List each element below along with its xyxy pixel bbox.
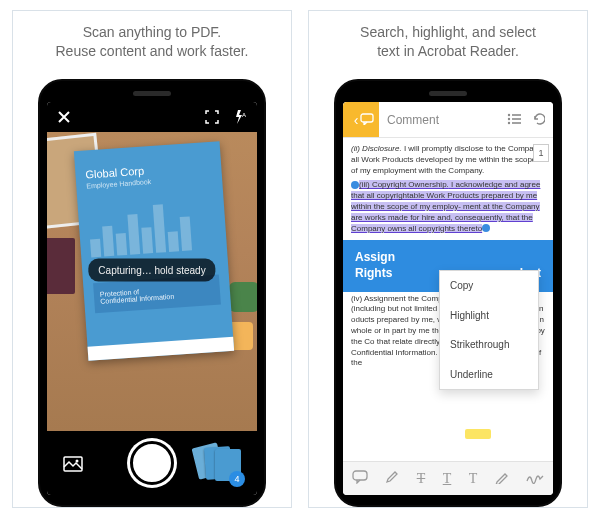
scan-bottom-bar: 4 (47, 431, 257, 495)
scan-stack-button[interactable]: 4 (199, 443, 241, 483)
annotation-toolbar: T T T (343, 461, 553, 495)
caption-line: text in Acrobat Reader. (360, 42, 536, 61)
document-body[interactable]: 1 (ii) Disclosure. I will promptly discl… (343, 138, 553, 461)
chevron-left-icon: ‹ (354, 112, 359, 128)
phone-screen: A Global Corp Employee Handbook (47, 102, 257, 495)
feature-panel-scan: Scan anything to PDF. Reuse content and … (12, 10, 292, 508)
heading-text: Assign (355, 250, 395, 264)
text-context-menu: Copy Highlight Strikethrough Underline (439, 270, 539, 390)
phone-frame: A Global Corp Employee Handbook (38, 79, 266, 507)
svg-rect-5 (512, 114, 521, 116)
feature-caption: Search, highlight, and select text in Ac… (360, 23, 536, 63)
close-icon[interactable] (57, 110, 71, 124)
para-lead: (iii) Copyright Ownership. (359, 180, 449, 189)
paragraph-selected: (iii) Copyright Ownership. I acknowledge… (351, 180, 545, 234)
scan-count-badge: 4 (229, 471, 245, 487)
para-lead: (iv) Assignment (351, 294, 406, 303)
svg-point-4 (508, 113, 510, 115)
menu-item-copy[interactable]: Copy (440, 271, 538, 301)
highlighter-tool-icon[interactable] (385, 470, 399, 488)
selection-end-handle[interactable] (482, 224, 490, 232)
strikethrough-tool-icon[interactable]: T (417, 471, 426, 487)
crop-corners-icon[interactable] (205, 110, 219, 124)
phone-earpiece (429, 91, 467, 96)
undo-icon[interactable] (531, 111, 545, 129)
svg-point-2 (76, 460, 79, 463)
doc-white-strip (88, 337, 235, 361)
underline-tool-icon[interactable]: T (443, 471, 452, 487)
svg-point-8 (508, 121, 510, 123)
comments-tab[interactable]: ‹ (343, 102, 379, 137)
caption-line: Reuse content and work faster. (56, 42, 249, 61)
menu-item-highlight[interactable]: Highlight (440, 301, 538, 331)
svg-text:A: A (242, 112, 246, 118)
page-number-badge: 1 (533, 144, 549, 162)
menu-item-strikethrough[interactable]: Strikethrough (440, 330, 538, 360)
selection-start-handle[interactable] (351, 181, 359, 189)
photo-library-icon[interactable] (63, 454, 83, 472)
feature-caption: Scan anything to PDF. Reuse content and … (56, 23, 249, 63)
heading-text: Rights (355, 266, 392, 280)
camera-viewfinder: Global Corp Employee Handbook Protection (47, 132, 257, 431)
text-tool-icon[interactable]: T (469, 471, 478, 487)
pen-tool-icon[interactable] (495, 470, 509, 488)
header-title: Comment (387, 113, 507, 127)
caption-line: Search, highlight, and select (360, 23, 536, 42)
shutter-button[interactable] (130, 441, 174, 485)
phone-screen: ‹ Comment 1 (ii) (343, 102, 553, 495)
paragraph: (ii) Disclosure. I will promptly disclos… (351, 144, 545, 176)
flash-auto-icon[interactable]: A (233, 110, 247, 124)
capture-toast: Capturing… hold steady (88, 258, 215, 281)
menu-item-underline[interactable]: Underline (440, 360, 538, 390)
scan-top-bar: A (47, 102, 257, 132)
comment-bubble-icon (360, 111, 374, 129)
comment-tool-icon[interactable] (352, 470, 368, 488)
doc-illustration (88, 197, 217, 258)
feature-panel-acrobat: Search, highlight, and select text in Ac… (308, 10, 588, 508)
desk-plant-prop (229, 282, 257, 312)
svg-rect-3 (361, 114, 373, 122)
signature-tool-icon[interactable] (526, 470, 544, 488)
svg-rect-9 (512, 122, 521, 124)
phone-earpiece (133, 91, 171, 96)
scanned-document: Global Corp Employee Handbook Protection (74, 141, 234, 361)
svg-rect-10 (353, 471, 367, 480)
acrobat-header: ‹ Comment (343, 102, 553, 138)
desk-book-prop (47, 238, 75, 294)
highlight-mark (465, 429, 491, 439)
comments-list-icon[interactable] (507, 111, 521, 129)
caption-line: Scan anything to PDF. (56, 23, 249, 42)
para-lead: (ii) Disclosure. (351, 144, 402, 153)
phone-frame: ‹ Comment 1 (ii) (334, 79, 562, 507)
svg-point-6 (508, 117, 510, 119)
svg-rect-7 (512, 118, 521, 120)
